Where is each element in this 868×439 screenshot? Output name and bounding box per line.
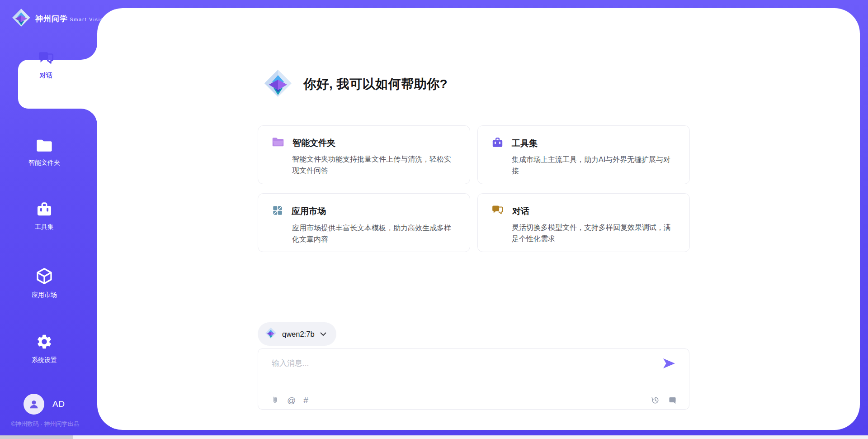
composer-divider [269, 389, 678, 389]
chat-icon [38, 60, 55, 67]
sidebar-item-label: 系统设置 [0, 356, 89, 364]
user-initials: AD [52, 399, 65, 409]
message-input[interactable] [272, 358, 660, 383]
sidebar-item-smart-folder[interactable]: 智能文件夹 [0, 138, 89, 167]
attach-file-icon[interactable] [271, 395, 279, 405]
chat-bubble-icon[interactable] [668, 396, 677, 405]
card-app-market[interactable]: 应用市场 应用市场提供丰富长文本模板，助力高效生成多样化文章内容 [258, 193, 470, 252]
brand: 神州问学 Smart Vision [12, 8, 108, 29]
history-icon[interactable] [651, 396, 660, 405]
model-selector[interactable]: qwen2:7b [258, 322, 336, 346]
sidebar-item-chat[interactable]: 对话 [18, 43, 74, 109]
card-title: 对话 [512, 205, 529, 217]
card-description: 灵活切换多模型文件，支持多样回复效果调试，满足个性化需求 [512, 222, 678, 245]
briefcase-icon [491, 137, 504, 150]
model-selector-value: qwen2:7b [282, 330, 315, 339]
card-description: 应用市场提供丰富长文本模板，助力高效生成多样化文章内容 [292, 223, 458, 245]
market-grid-icon [272, 205, 283, 218]
cube-icon [35, 279, 53, 286]
sidebar-item-label: 应用市场 [0, 291, 89, 299]
sidebar-item-label: 智能文件夹 [0, 159, 89, 167]
card-toolset[interactable]: 工具集 集成市场上主流工具，助力AI与外界无缝扩展与对接 [477, 125, 690, 184]
sidebar-item-settings[interactable]: 系统设置 [0, 333, 89, 364]
briefcase-icon [36, 211, 53, 219]
chat-icon [491, 205, 504, 218]
greeting-diamond-icon [264, 69, 292, 100]
feature-cards: 智能文件夹 智能文件夹功能支持批量文件上传与清洗，轻松实现文件问答 工具集 集成… [258, 125, 690, 252]
card-description: 智能文件夹功能支持批量文件上传与清洗，轻松实现文件问答 [292, 154, 458, 177]
greeting: 你好, 我可以如何帮助你? [264, 69, 448, 100]
folder-icon [272, 137, 284, 149]
topic-hash-icon[interactable]: # [303, 396, 308, 405]
card-description: 集成市场上主流工具，助力AI与外界无缝扩展与对接 [512, 154, 678, 177]
card-chat[interactable]: 对话 灵活切换多模型文件，支持多样回复效果调试，满足个性化需求 [477, 193, 690, 252]
model-diamond-icon [265, 327, 277, 341]
sidebar-item-label: 工具集 [0, 223, 89, 231]
card-title: 智能文件夹 [292, 137, 335, 149]
avatar [24, 394, 44, 415]
gear-icon [36, 344, 53, 352]
sidebar-item-label: 对话 [18, 72, 74, 80]
message-composer: @ # [258, 348, 689, 410]
sidebar-footer-text: ©神州数码 · 神州问学出品 [0, 420, 90, 428]
brand-diamond-icon [12, 8, 31, 29]
chevron-down-icon [320, 330, 326, 338]
card-smart-folder[interactable]: 智能文件夹 智能文件夹功能支持批量文件上传与清洗，轻松实现文件问答 [258, 125, 470, 184]
mention-icon[interactable]: @ [287, 396, 296, 405]
sidebar-item-app-market[interactable]: 应用市场 [0, 267, 89, 299]
sidebar-item-toolset[interactable]: 工具集 [0, 201, 89, 231]
send-icon[interactable] [662, 357, 677, 371]
card-title: 应用市场 [292, 205, 326, 217]
brand-name: 神州问学 [35, 14, 68, 23]
user-profile[interactable]: AD [24, 394, 65, 415]
greeting-title: 你好, 我可以如何帮助你? [303, 76, 448, 93]
folder-icon [36, 147, 53, 154]
page-bottom-edge [0, 435, 868, 439]
card-title: 工具集 [512, 138, 538, 149]
